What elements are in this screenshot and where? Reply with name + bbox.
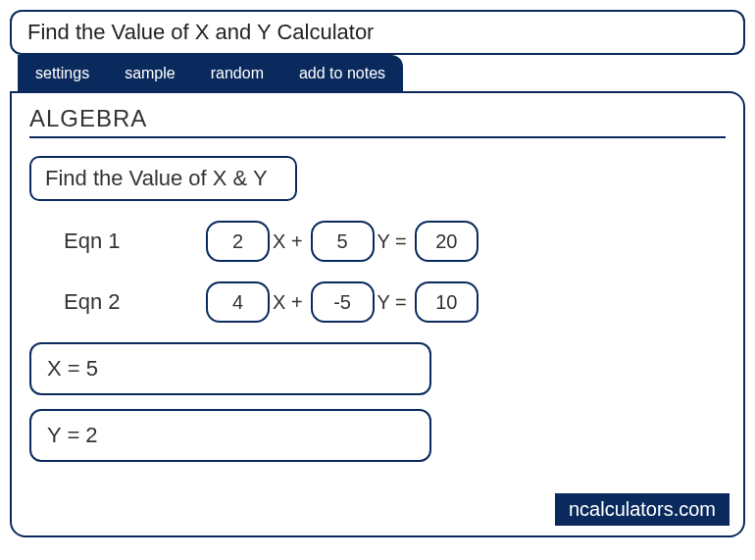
tabs-container: settings sample random add to notes xyxy=(18,55,403,92)
equation-row-2: Eqn 2 X + Y = xyxy=(29,281,726,323)
tab-sample[interactable]: sample xyxy=(107,55,193,92)
tab-random[interactable]: random xyxy=(193,55,281,92)
tab-add-to-notes[interactable]: add to notes xyxy=(281,55,403,92)
eqn1-label: Eqn 1 xyxy=(64,229,206,254)
eqn2-constant-input[interactable] xyxy=(415,281,478,323)
eqn1-x-plus-text: X + xyxy=(273,230,303,253)
section-heading: ALGEBRA xyxy=(29,105,726,138)
page-title: Find the Value of X and Y Calculator xyxy=(10,10,745,55)
eqn2-y-equals-text: Y = xyxy=(378,291,407,314)
main-panel: ALGEBRA Find the Value of X & Y Eqn 1 X … xyxy=(10,91,745,537)
eqn1-constant-input[interactable] xyxy=(415,221,478,262)
eqn1-y-equals-text: Y = xyxy=(378,230,407,253)
eqn2-x-plus-text: X + xyxy=(273,291,303,314)
equation-row-1: Eqn 1 X + Y = xyxy=(29,221,726,262)
result-x: X = 5 xyxy=(29,342,431,395)
eqn2-label: Eqn 2 xyxy=(64,289,206,315)
eqn2-y-coefficient-input[interactable] xyxy=(311,281,375,323)
result-y: Y = 2 xyxy=(29,409,431,462)
subtitle-box: Find the Value of X & Y xyxy=(29,156,297,201)
watermark: ncalculators.com xyxy=(555,493,730,526)
eqn1-y-coefficient-input[interactable] xyxy=(311,221,375,262)
eqn2-x-coefficient-input[interactable] xyxy=(206,281,270,323)
tab-settings[interactable]: settings xyxy=(18,55,107,92)
eqn1-x-coefficient-input[interactable] xyxy=(206,221,270,262)
